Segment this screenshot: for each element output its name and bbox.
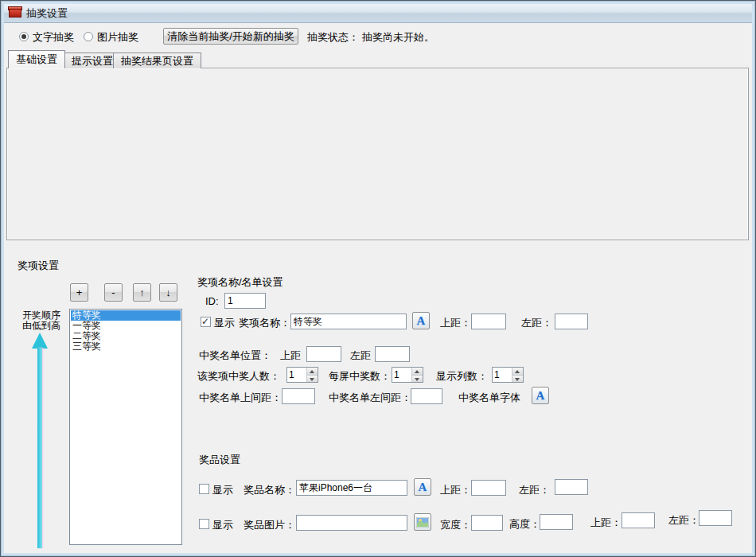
radio-text-lottery[interactable] bbox=[19, 32, 29, 41]
prize-name-font-button[interactable]: A bbox=[412, 312, 430, 329]
order-arrow-line bbox=[37, 348, 42, 548]
product-image-picker-button[interactable] bbox=[414, 513, 431, 531]
product-section-label: 奖品设置 bbox=[199, 453, 240, 467]
product-left2-label: 左距： bbox=[668, 513, 699, 528]
order-label-line2: 由低到高 bbox=[22, 319, 60, 333]
prize-name-top-label: 上距： bbox=[440, 316, 471, 330]
winner-font-label: 中奖名单字体 bbox=[458, 391, 520, 405]
radio-image-lottery-label[interactable]: 图片抽奖 bbox=[97, 30, 138, 45]
prize-name-input[interactable] bbox=[290, 314, 407, 329]
product-top-input[interactable] bbox=[471, 480, 506, 496]
spinner-up-icon[interactable] bbox=[512, 368, 523, 376]
clear-start-button[interactable]: 清除当前抽奖/开始新的抽奖 bbox=[163, 28, 298, 45]
tab-result-page-settings[interactable]: 抽奖结果页设置 bbox=[113, 53, 201, 68]
winner-count-label: 该奖项中奖人数： bbox=[197, 369, 280, 384]
tab-basic-settings[interactable]: 基础设置 bbox=[8, 50, 65, 68]
spinner-down-icon[interactable] bbox=[512, 376, 523, 383]
hgap-label: 中奖名单左间距： bbox=[329, 391, 411, 405]
product-name-label: 奖品名称： bbox=[244, 483, 295, 497]
product-image-label: 奖品图片： bbox=[244, 518, 295, 532]
lottery-settings-window: 抽奖设置 文字抽奖 图片抽奖 清除当前抽奖/开始新的抽奖 抽奖状态： 抽奖尚未开… bbox=[0, 0, 756, 557]
show-product-name-label[interactable]: 显示 bbox=[212, 483, 233, 497]
window-title: 抽奖设置 bbox=[26, 6, 68, 21]
spinner-down-icon[interactable] bbox=[307, 376, 318, 383]
per-screen-spinner[interactable] bbox=[392, 367, 423, 383]
app-icon bbox=[9, 6, 22, 18]
show-product-image-checkbox[interactable] bbox=[199, 519, 209, 529]
prize-listbox[interactable]: 特等奖 一等奖 二等奖 三等奖 bbox=[69, 309, 182, 545]
spinner-down-icon[interactable] bbox=[412, 376, 423, 383]
product-left2-input[interactable] bbox=[699, 510, 732, 526]
font-icon: A bbox=[419, 481, 427, 493]
move-down-button[interactable]: ↓ bbox=[159, 283, 177, 302]
per-screen-value[interactable] bbox=[392, 368, 411, 382]
picture-icon bbox=[416, 517, 429, 528]
columns-value[interactable] bbox=[493, 368, 512, 382]
list-item[interactable]: 三等奖 bbox=[71, 341, 181, 352]
titlebar[interactable]: 抽奖设置 bbox=[1, 1, 755, 23]
show-product-image-label[interactable]: 显示 bbox=[212, 518, 233, 532]
winner-list-left-input[interactable] bbox=[375, 346, 410, 362]
winner-font-button[interactable]: A bbox=[532, 387, 549, 404]
prize-section-label: 奖项设置 bbox=[18, 259, 59, 273]
id-input[interactable] bbox=[224, 293, 266, 309]
id-label: ID: bbox=[205, 295, 219, 307]
columns-label: 显示列数： bbox=[436, 369, 488, 384]
winner-list-left-label: 左距 bbox=[350, 349, 371, 363]
product-height-input[interactable] bbox=[540, 514, 573, 530]
show-prize-name-label[interactable]: 显示 bbox=[214, 316, 235, 330]
detail-section-label: 奖项名称/名单设置 bbox=[197, 275, 283, 290]
remove-prize-button[interactable]: - bbox=[104, 283, 123, 302]
winner-list-pos-label: 中奖名单位置： bbox=[199, 349, 271, 363]
columns-spinner[interactable] bbox=[492, 367, 524, 383]
move-up-button[interactable]: ↑ bbox=[133, 283, 151, 302]
vgap-label: 中奖名单上间距： bbox=[199, 391, 282, 405]
product-height-label: 高度： bbox=[509, 517, 540, 532]
show-prize-name-checkbox[interactable] bbox=[201, 317, 211, 327]
status-label: 抽奖状态： bbox=[307, 30, 359, 45]
prize-name-left-input[interactable] bbox=[555, 314, 588, 329]
basic-settings-panel bbox=[6, 68, 749, 240]
status-value: 抽奖尚未开始。 bbox=[362, 30, 435, 45]
product-left-label: 左距： bbox=[519, 483, 550, 497]
product-left-input[interactable] bbox=[555, 479, 588, 495]
prize-name-left-label: 左距： bbox=[521, 316, 552, 330]
per-screen-label: 每屏中奖数： bbox=[329, 369, 391, 384]
product-width-input[interactable] bbox=[471, 515, 503, 531]
font-icon: A bbox=[536, 390, 545, 402]
radio-image-lottery[interactable] bbox=[84, 32, 93, 41]
winner-count-value[interactable] bbox=[287, 368, 306, 382]
show-product-name-checkbox[interactable] bbox=[199, 484, 209, 494]
product-top2-label: 上距： bbox=[590, 516, 622, 530]
font-icon: A bbox=[417, 315, 426, 327]
winner-count-spinner[interactable] bbox=[286, 367, 318, 383]
order-arrow-icon bbox=[32, 333, 48, 349]
spinner-up-icon[interactable] bbox=[307, 368, 318, 376]
product-image-input[interactable] bbox=[296, 515, 407, 531]
prize-name-label: 奖项名称： bbox=[239, 316, 290, 330]
radio-text-lottery-label[interactable]: 文字抽奖 bbox=[33, 30, 74, 45]
product-width-label: 宽度： bbox=[440, 518, 471, 532]
hgap-input[interactable] bbox=[411, 388, 442, 404]
spinner-up-icon[interactable] bbox=[412, 368, 423, 376]
winner-list-top-label: 上距 bbox=[280, 349, 301, 363]
product-top-label: 上距： bbox=[440, 483, 471, 497]
vgap-input[interactable] bbox=[282, 388, 315, 404]
winner-list-top-input[interactable] bbox=[306, 346, 341, 362]
product-name-font-button[interactable]: A bbox=[414, 478, 431, 496]
add-prize-button[interactable]: + bbox=[70, 283, 88, 302]
prize-name-top-input[interactable] bbox=[471, 314, 506, 329]
product-top2-input[interactable] bbox=[622, 512, 655, 528]
product-name-input[interactable] bbox=[296, 480, 407, 496]
